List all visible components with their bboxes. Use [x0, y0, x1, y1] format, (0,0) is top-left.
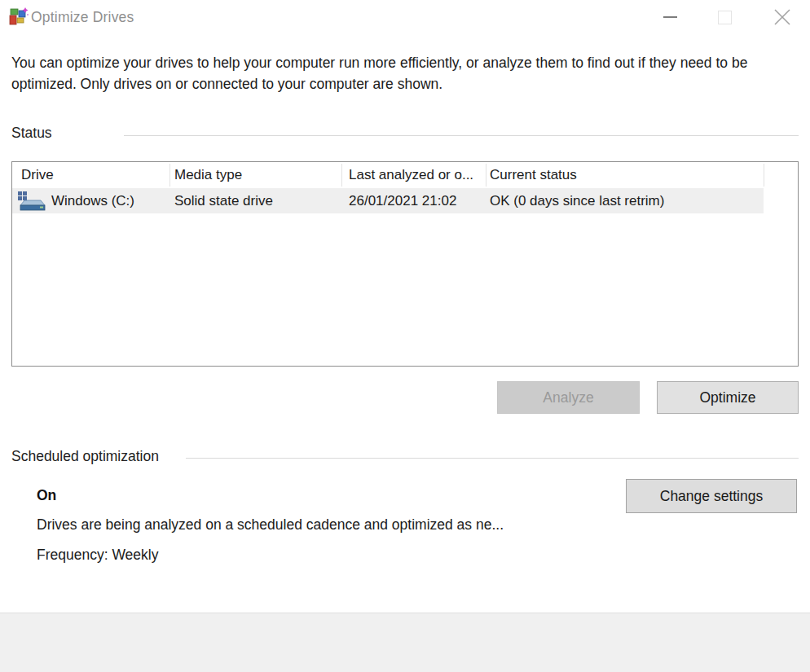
analyze-button[interactable]: Analyze — [497, 381, 640, 414]
maximize-icon — [718, 11, 732, 24]
window-title: Optimize Drives — [31, 9, 134, 26]
scheduled-optimization-label: Scheduled optimization — [11, 448, 159, 465]
column-header-media-type[interactable]: Media type — [174, 162, 336, 188]
status-section-label: Status — [11, 125, 52, 142]
column-divider — [764, 164, 764, 187]
column-header-drive[interactable]: Drive — [21, 162, 164, 188]
title-bar: Optimize Drives — [0, 0, 810, 37]
dialog-description: You can optimize your drives to help you… — [11, 53, 757, 94]
scheduled-description: Drives are being analyzed on a scheduled… — [37, 516, 504, 534]
column-divider — [486, 164, 486, 187]
drive-row-windows-c[interactable]: Windows (C:) Solid state drive 26/01/202… — [12, 188, 764, 213]
optimize-button[interactable]: Optimize — [657, 381, 799, 414]
change-settings-button[interactable]: Change settings — [626, 479, 797, 513]
media-type-cell: Solid state drive — [174, 188, 273, 213]
hard-drive-icon — [17, 191, 46, 212]
drive-name-cell: Windows (C:) — [51, 188, 134, 213]
drives-list-header: Drive Media type Last analyzed or o... C… — [12, 162, 798, 188]
scheduled-state: On — [37, 487, 56, 504]
column-divider — [341, 164, 342, 187]
last-analyzed-cell: 26/01/2021 21:02 — [349, 188, 456, 213]
column-divider — [169, 164, 170, 187]
column-header-last-analyzed[interactable]: Last analyzed or o... — [349, 162, 481, 188]
scheduled-section-divider — [186, 458, 799, 459]
current-status-cell: OK (0 days since last retrim) — [490, 188, 664, 213]
optimize-drives-window: Optimize Drives You can optimize your dr… — [0, 0, 810, 672]
minimize-button[interactable] — [654, 3, 686, 31]
status-section-divider — [124, 135, 799, 136]
maximize-button[interactable] — [708, 3, 741, 31]
minimize-icon — [663, 16, 677, 18]
scheduled-frequency: Frequency: Weekly — [37, 547, 158, 564]
column-header-current-status[interactable]: Current status — [490, 162, 759, 188]
close-icon — [773, 7, 792, 27]
drives-list: Drive Media type Last analyzed or o... C… — [11, 161, 799, 367]
dialog-footer: Close — [0, 613, 810, 672]
defragment-app-icon — [8, 7, 29, 28]
close-window-button[interactable] — [766, 3, 799, 31]
